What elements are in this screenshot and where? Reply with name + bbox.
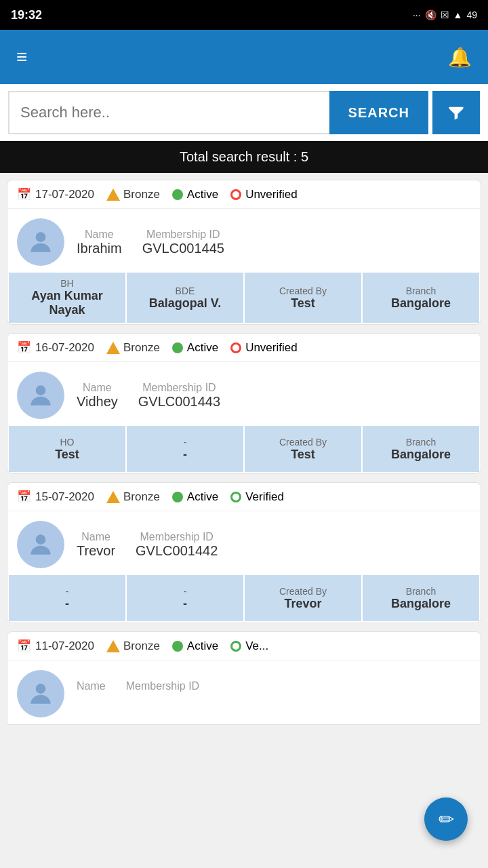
bronze-icon [106, 342, 120, 354]
bell-icon[interactable]: 🔔 [448, 46, 472, 68]
tier-badge: Bronze [106, 490, 160, 504]
battery-icon: 49 [466, 9, 477, 20]
svg-point-3 [36, 684, 46, 694]
wifi-icon: ▲ [453, 9, 463, 20]
filter-button[interactable] [432, 91, 480, 134]
branch-cell: Branch Bangalore [363, 575, 479, 621]
member-card[interactable]: 📅 17-07-2020 Bronze Active Unverified [7, 180, 481, 325]
mute-icon: 🔇 [425, 9, 436, 20]
sim-icon: ☒ [441, 9, 449, 20]
search-button[interactable]: SEARCH [329, 91, 428, 134]
membership-col: Membership ID GVLC001443 [138, 382, 220, 410]
signal-icon: ··· [413, 9, 421, 20]
card-header: 📅 17-07-2020 Bronze Active Unverified [7, 180, 481, 209]
bronze-icon [106, 491, 120, 503]
bde-cell: BDE Balagopal V. [127, 273, 243, 323]
tier-badge: Bronze [106, 341, 160, 355]
name-col: Name Ibrahim [77, 229, 122, 256]
bronze-icon [106, 640, 120, 652]
user-avatar-icon [26, 679, 56, 709]
active-status: Active [172, 639, 218, 653]
bh-cell: - - [9, 575, 125, 621]
tier-badge: Bronze [106, 639, 160, 653]
active-status: Active [172, 188, 218, 201]
card-body: Name Vidhey Membership ID GVLC001443 [7, 362, 481, 426]
card-date: 📅 16-07-2020 [17, 340, 94, 355]
active-dot [172, 492, 183, 502]
name-col: Name [77, 680, 106, 708]
svg-point-1 [36, 385, 46, 395]
active-dot [172, 641, 183, 652]
member-card[interactable]: 📅 15-07-2020 Bronze Active Verified [7, 482, 481, 623]
avatar [17, 372, 64, 419]
active-dot [172, 189, 183, 200]
card-info: Name Membership ID [77, 680, 471, 708]
member-card[interactable]: 📅 16-07-2020 Bronze Active Unverified [7, 333, 481, 474]
search-bar: SEARCH [0, 84, 488, 141]
verified-dot [230, 641, 241, 652]
user-avatar-icon [26, 380, 56, 410]
created-by-cell: Created By Trevor [245, 575, 361, 621]
calendar-icon: 📅 [17, 639, 31, 653]
bde-cell: - - [127, 426, 243, 472]
name-col: Name Trevor [77, 531, 115, 559]
card-date: 📅 15-07-2020 [17, 490, 94, 504]
membership-col: Membership ID [126, 680, 199, 708]
unverified-dot [230, 189, 241, 200]
verified-dot [230, 492, 241, 502]
active-status: Active [172, 341, 218, 355]
branch-cell: Branch Bangalore [363, 426, 479, 472]
card-body: Name Ibrahim Membership ID GVLC001445 [7, 209, 481, 273]
card-footer: HO Test - - Created By Test Branch Banga… [7, 426, 481, 473]
branch-cell: Branch Bangalore [363, 273, 479, 323]
created-by-cell: Created By Test [245, 273, 361, 323]
bronze-icon [106, 189, 120, 201]
filter-icon [447, 103, 466, 122]
card-info: Name Ibrahim Membership ID GVLC001445 [77, 229, 471, 256]
card-header: 📅 15-07-2020 Bronze Active Verified [7, 483, 481, 511]
avatar [17, 670, 64, 717]
card-body: Name Membership ID [7, 660, 481, 724]
active-status: Active [172, 490, 218, 504]
status-time: 19:32 [11, 8, 42, 22]
calendar-icon: 📅 [17, 187, 31, 201]
unverified-dot [230, 342, 241, 353]
membership-col: Membership ID GVLC001442 [136, 531, 218, 559]
user-avatar-icon [26, 530, 56, 559]
bh-cell: HO Test [9, 426, 125, 472]
card-info: Name Vidhey Membership ID GVLC001443 [77, 382, 471, 410]
card-info: Name Trevor Membership ID GVLC001442 [77, 531, 471, 559]
verified-status: Unverified [230, 341, 298, 355]
active-dot [172, 342, 183, 353]
created-by-cell: Created By Test [245, 426, 361, 472]
card-footer: BH Ayan Kumar Nayak BDE Balagopal V. Cre… [7, 273, 481, 324]
menu-icon[interactable]: ≡ [16, 46, 27, 68]
avatar [17, 218, 64, 266]
svg-point-2 [36, 534, 46, 545]
verified-status: Verified [230, 490, 284, 504]
tier-badge: Bronze [106, 188, 160, 201]
bh-cell: BH Ayan Kumar Nayak [9, 273, 125, 323]
verified-status: Ve... [230, 639, 268, 653]
search-input[interactable] [8, 91, 329, 134]
verified-status: Unverified [230, 188, 298, 201]
status-bar: 19:32 ··· 🔇 ☒ ▲ 49 [0, 0, 488, 30]
card-header: 📅 11-07-2020 Bronze Active Ve... [7, 632, 481, 660]
calendar-icon: 📅 [17, 340, 31, 355]
results-text: Total search result : 5 [180, 149, 308, 164]
app-header: ≡ 🔔 [0, 30, 488, 84]
member-card-partial[interactable]: 📅 11-07-2020 Bronze Active Ve... [7, 631, 481, 725]
calendar-icon: 📅 [17, 490, 31, 504]
results-bar: Total search result : 5 [0, 141, 488, 173]
card-date: 📅 17-07-2020 [17, 187, 94, 201]
card-footer: - - - - Created By Trevor Branch Bangalo… [7, 575, 481, 623]
avatar [17, 521, 64, 568]
bde-cell: - - [127, 575, 243, 621]
card-body: Name Trevor Membership ID GVLC001442 [7, 511, 481, 575]
svg-point-0 [36, 232, 46, 242]
name-col: Name Vidhey [77, 382, 118, 410]
membership-col: Membership ID GVLC001445 [142, 229, 224, 256]
card-date: 📅 11-07-2020 [17, 639, 94, 653]
status-icons: ··· 🔇 ☒ ▲ 49 [413, 9, 477, 20]
cards-container: 📅 17-07-2020 Bronze Active Unverified [0, 173, 488, 732]
